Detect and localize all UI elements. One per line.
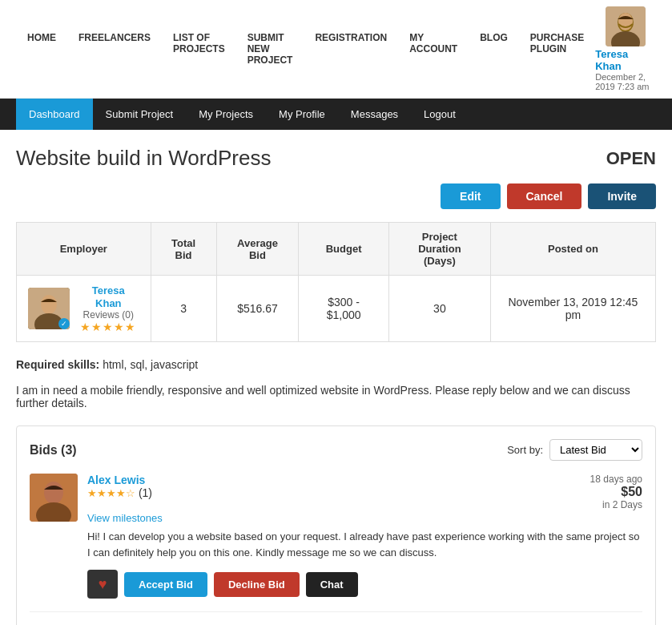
tab-my-profile[interactable]: My Profile (266, 99, 338, 130)
user-name[interactable]: Teresa Khan (595, 48, 656, 72)
tab-messages[interactable]: Messages (338, 99, 411, 130)
bid-item: Alex Lewis ★★★★☆ (1) 18 days ago $50 in … (30, 474, 642, 612)
nav-registration[interactable]: REGISTRATION (304, 22, 398, 75)
user-info: Teresa Khan December 2, 2019 7:23 am (595, 0, 656, 98)
col-average-bid: Average Bid (216, 223, 299, 276)
project-table: Employer Total Bid Average Bid Budget Pr… (16, 222, 656, 342)
average-bid-value: $516.67 (216, 276, 299, 342)
sort-select[interactable]: Latest Bid Oldest Bid Lowest Price Highe… (549, 439, 642, 461)
bid-text: Hi! I can develop you a website based on… (87, 529, 642, 560)
nav-list-of-projects[interactable]: LIST OF PROJECTS (162, 22, 236, 75)
total-bid-value: 3 (151, 276, 216, 342)
bid-duration: in 2 Days (590, 499, 642, 510)
sort-by-container: Sort by: Latest Bid Oldest Bid Lowest Pr… (507, 439, 642, 461)
employer-info: Teresa Khan Reviews (0) ★★★★★ (78, 284, 139, 333)
bid-price: $50 (590, 485, 642, 499)
tab-logout[interactable]: Logout (411, 99, 469, 130)
page-title: Website build in WordPress (16, 146, 271, 171)
favorite-button[interactable]: ♥ (87, 570, 118, 599)
view-milestones-link[interactable]: View milestones (87, 512, 642, 524)
bid-body: Alex Lewis ★★★★☆ (1) 18 days ago $50 in … (87, 474, 642, 599)
verified-badge: ✓ (58, 318, 70, 329)
dashboard-nav: Dashboard Submit Project My Projects My … (0, 99, 672, 130)
employer-stars: ★★★★★ (78, 321, 139, 333)
page-content: Website build in WordPress OPEN Edit Can… (0, 130, 672, 625)
sort-by-label: Sort by: (507, 444, 543, 456)
col-posted-on: Posted on (490, 223, 655, 276)
employer-reviews: Reviews (0) (78, 309, 139, 321)
bids-header: Bids (3) Sort by: Latest Bid Oldest Bid … (30, 439, 642, 461)
bidder-rating-count: (1) (139, 486, 152, 499)
skills-section: Required skills: html, sql, javascript (16, 358, 656, 371)
nav-purchase-plugin[interactable]: PURCHASE PLUGIN (519, 22, 595, 75)
bid-top: Alex Lewis ★★★★☆ (1) 18 days ago $50 in … (30, 474, 642, 599)
col-employer: Employer (17, 223, 151, 276)
bid-time-ago: 18 days ago (590, 474, 642, 485)
bid-actions: ♥ Accept Bid Decline Bid Chat (87, 570, 642, 599)
tab-my-projects[interactable]: My Projects (186, 99, 266, 130)
user-date: December 2, 2019 7:23 am (595, 72, 656, 91)
chat-button[interactable]: Chat (306, 572, 358, 597)
accept-bid-button[interactable]: Accept Bid (124, 572, 207, 597)
nav-links: HOME FREELANCERS LIST OF PROJECTS SUBMIT… (16, 22, 595, 75)
bidder-stars: ★★★★☆ (87, 487, 135, 499)
project-status: OPEN (606, 148, 656, 169)
action-buttons: Edit Cancel Invite (16, 183, 656, 209)
cancel-button[interactable]: Cancel (507, 183, 582, 209)
project-description: I am in need a mobile friendly, responsi… (16, 384, 656, 409)
nav-my-account[interactable]: MY ACCOUNT (398, 22, 469, 75)
top-nav: HOME FREELANCERS LIST OF PROJECTS SUBMIT… (0, 0, 672, 99)
svg-point-5 (41, 295, 57, 314)
project-header: Website build in WordPress OPEN (16, 146, 656, 171)
bids-section: Bids (3) Sort by: Latest Bid Oldest Bid … (16, 425, 656, 625)
bid-meta: 18 days ago $50 in 2 Days (590, 474, 642, 510)
nav-freelancers[interactable]: FREELANCERS (67, 22, 162, 75)
bid-item: Andrew Baker 18 days ago $900 (30, 615, 642, 625)
tab-submit-project[interactable]: Submit Project (93, 99, 187, 130)
skills-label: Required skills: (16, 358, 99, 371)
decline-bid-button[interactable]: Decline Bid (214, 572, 300, 597)
duration-value: 30 (388, 276, 490, 342)
skills-values: html, sql, javascript (103, 358, 198, 371)
edit-button[interactable]: Edit (441, 183, 500, 209)
bids-title: Bids (3) (30, 443, 77, 458)
employer-cell: ✓ Teresa Khan Reviews (0) ★★★★★ (28, 284, 139, 333)
svg-point-8 (44, 482, 63, 504)
col-total-bid: Total Bid (151, 223, 216, 276)
table-row: ✓ Teresa Khan Reviews (0) ★★★★★ 3 $516.6… (17, 276, 656, 342)
tab-dashboard[interactable]: Dashboard (16, 99, 93, 130)
col-budget: Budget (299, 223, 389, 276)
nav-submit-new-project[interactable]: SUBMIT NEW PROJECT (236, 22, 304, 75)
bidder-name-link[interactable]: Alex Lewis (87, 474, 145, 486)
budget-value: $300 - $1,000 (299, 276, 389, 342)
bidder-avatar (30, 474, 78, 522)
nav-blog[interactable]: BLOG (469, 22, 519, 75)
employer-avatar: ✓ (28, 288, 70, 329)
col-duration: Project Duration(Days) (388, 223, 490, 276)
invite-button[interactable]: Invite (588, 183, 656, 209)
posted-on-value: November 13, 2019 12:45 pm (490, 276, 655, 342)
nav-home[interactable]: HOME (16, 22, 67, 75)
bid-user-row: Alex Lewis ★★★★☆ (1) 18 days ago $50 in … (87, 474, 642, 510)
avatar[interactable] (606, 6, 646, 46)
employer-name-link[interactable]: Teresa Khan (92, 284, 125, 309)
